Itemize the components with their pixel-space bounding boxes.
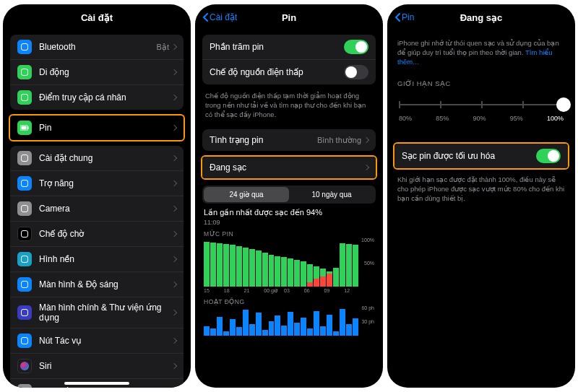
charge-limit-header: GIỚI HẠN SẠC bbox=[387, 72, 575, 90]
activity-bar bbox=[230, 319, 236, 336]
activity-bar bbox=[307, 328, 313, 336]
page-title: Đang sạc bbox=[460, 12, 503, 23]
slider-tick-label: 90% bbox=[473, 115, 486, 122]
level-bar bbox=[217, 243, 223, 287]
low-power-footer: Chế độ nguồn điện thấp tạm thời giảm hoạ… bbox=[195, 89, 383, 125]
activity-label: HOẠT ĐỘNG bbox=[204, 298, 374, 305]
x-tick: 03 bbox=[284, 288, 298, 294]
row-wallpaper[interactable]: Hình nền bbox=[10, 246, 184, 271]
row-battery-percentage[interactable]: Phần trăm pin bbox=[202, 35, 376, 59]
level-bar bbox=[353, 245, 358, 287]
x-tick: 00 giờ bbox=[264, 288, 278, 294]
last-charge-time: 11:09 bbox=[204, 219, 374, 226]
slider-knob[interactable] bbox=[556, 97, 571, 112]
battery-screen: Cài đặt Pin Phần trăm pin Chế độ nguồn đ… bbox=[195, 4, 383, 388]
chevron-right-icon bbox=[171, 310, 177, 315]
row-label: Điểm truy cập cá nhân bbox=[39, 92, 172, 103]
charging-row-highlight: Đang sạc bbox=[201, 155, 377, 180]
activity-bar bbox=[243, 310, 249, 336]
level-bar bbox=[269, 255, 275, 287]
chevron-right-icon bbox=[171, 231, 177, 237]
level-bar bbox=[262, 253, 268, 287]
row-general[interactable]: Cài đặt chung bbox=[10, 146, 184, 170]
activity-bar bbox=[281, 326, 287, 336]
tab-24h[interactable]: 24 giờ qua bbox=[204, 187, 289, 202]
x-tick: 09 bbox=[324, 288, 339, 294]
chevron-right-icon bbox=[363, 137, 369, 143]
activity-bar bbox=[353, 318, 358, 336]
siri-icon bbox=[17, 359, 32, 373]
row-battery[interactable]: Pin bbox=[10, 116, 184, 140]
low-power-toggle[interactable] bbox=[344, 65, 368, 79]
activity-bar bbox=[346, 324, 352, 336]
x-axis-labels: 15182100 giờ03060912 bbox=[204, 288, 374, 294]
header: Cài đặt bbox=[3, 4, 191, 30]
row-label: Di động bbox=[39, 67, 172, 77]
y-axis-label: 100% bbox=[361, 238, 374, 243]
row-display[interactable]: Màn hình & Độ sáng bbox=[10, 271, 184, 297]
chevron-right-icon bbox=[171, 282, 177, 287]
row-accessibility[interactable]: Trợ năng bbox=[10, 170, 184, 196]
charging-intro: iPhone ghi nhớ từ thói quen sạc và sử dụ… bbox=[387, 30, 575, 72]
battery-percentage-toggle[interactable] bbox=[344, 40, 368, 54]
level-bar bbox=[275, 256, 280, 287]
home-indicator[interactable] bbox=[64, 382, 129, 385]
level-bar bbox=[333, 268, 339, 287]
row-standby[interactable]: Chế độ chờ bbox=[10, 221, 184, 246]
camera-icon bbox=[17, 201, 32, 216]
row-low-power[interactable]: Chế độ nguồn điện thấp bbox=[202, 59, 376, 84]
x-tick: 18 bbox=[224, 288, 238, 294]
row-label: Hình nền bbox=[39, 254, 172, 264]
chevron-right-icon bbox=[171, 155, 177, 161]
chevron-right-icon bbox=[171, 338, 177, 344]
chevron-right-icon bbox=[171, 256, 177, 262]
row-hotspot[interactable]: Điểm truy cập cá nhân bbox=[10, 84, 184, 110]
standby-icon bbox=[17, 227, 32, 241]
back-button[interactable]: Pin bbox=[394, 4, 414, 30]
general-group: Cài đặt chungTrợ năngCameraChế độ chờHìn… bbox=[10, 146, 184, 388]
activity-bar bbox=[301, 318, 306, 336]
level-bar bbox=[346, 244, 352, 287]
level-bar bbox=[307, 264, 313, 287]
row-bluetooth[interactable]: BluetoothBật bbox=[10, 35, 184, 59]
row-label: Màn hình & Độ sáng bbox=[39, 279, 172, 289]
activity-bar bbox=[320, 326, 326, 336]
row-label: Tình trạng pin bbox=[210, 135, 317, 145]
row-siri[interactable]: Siri bbox=[10, 353, 184, 378]
row-cellular[interactable]: Di động bbox=[10, 59, 184, 84]
activity-bar bbox=[340, 309, 345, 336]
general-icon bbox=[17, 151, 32, 165]
wallpaper-icon bbox=[17, 252, 32, 266]
back-button[interactable]: Cài đặt bbox=[202, 4, 237, 30]
row-battery-health[interactable]: Tình trạng pin Bình thường bbox=[202, 129, 376, 151]
chevron-right-icon bbox=[171, 363, 177, 369]
slider-tick-label: 100% bbox=[547, 115, 564, 122]
optimized-charging-toggle[interactable] bbox=[536, 149, 561, 163]
chevron-right-icon bbox=[171, 44, 177, 50]
cellular-icon bbox=[17, 65, 32, 79]
row-optimized-charging[interactable]: Sạc pin được tối ưu hóa bbox=[394, 144, 568, 168]
battery-icon bbox=[17, 121, 32, 135]
battery-health-group: Tình trạng pin Bình thường bbox=[202, 129, 376, 151]
activity-bar bbox=[314, 311, 319, 336]
row-homescreen[interactable]: Màn hình chính & Thư viện ứng dụng bbox=[10, 297, 184, 328]
row-label: Sạc pin được tối ưu hóa bbox=[402, 151, 536, 161]
optimized-footer: Khi giới hạn sạc được đặt thành 100%, đi… bbox=[387, 173, 575, 209]
level-bar bbox=[249, 249, 255, 287]
row-camera[interactable]: Camera bbox=[10, 196, 184, 221]
level-bar bbox=[281, 257, 287, 287]
row-charging[interactable]: Đang sạc bbox=[202, 157, 376, 178]
action-button-icon bbox=[17, 334, 32, 348]
homescreen-icon bbox=[17, 305, 32, 320]
charge-limit-slider[interactable]: 80%85%90%95%100% bbox=[387, 90, 575, 126]
row-action-button[interactable]: Nút Tác vụ bbox=[10, 328, 184, 353]
accessibility-icon bbox=[17, 176, 32, 191]
y-axis-label: 60 ph bbox=[361, 305, 374, 310]
battery-switches-group: Phần trăm pin Chế độ nguồn điện thấp bbox=[202, 35, 376, 84]
row-label: Trợ năng bbox=[39, 178, 172, 188]
level-bar bbox=[243, 248, 249, 287]
row-label: Màn hình chính & Thư viện ứng dụng bbox=[39, 302, 172, 323]
row-label: Camera bbox=[39, 204, 172, 214]
tab-10d[interactable]: 10 ngày qua bbox=[289, 187, 374, 202]
svg-rect-1 bbox=[27, 126, 29, 129]
